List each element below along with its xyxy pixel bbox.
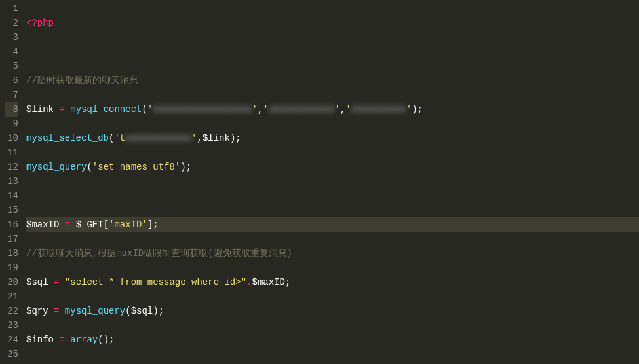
string-quote: ' [263, 104, 268, 115]
line-number: 16 [5, 217, 18, 232]
variable: $_GET [76, 219, 104, 230]
bracket: [ [104, 219, 109, 230]
line-number: 9 [5, 117, 18, 131]
function-call: mysql_connect [70, 104, 142, 115]
line-number: 18 [5, 246, 18, 261]
variable: $maxID [252, 277, 284, 287]
code-line[interactable]: mysql_query('set names utf8'); [26, 160, 639, 174]
operator: = [48, 277, 65, 287]
line-number: 25 [5, 347, 18, 361]
line-number: 5 [5, 59, 18, 73]
redacted-text: xxxxxxxxxxxx [269, 104, 335, 115]
function-call: mysql_select_db [26, 133, 109, 143]
variable: $sql [131, 306, 153, 316]
string-quote: ' [406, 104, 412, 115]
string-quote: ' [252, 104, 258, 115]
function-call: array [70, 335, 98, 345]
line-number: 2 [5, 16, 18, 30]
variable: $qry [26, 306, 48, 316]
line-number: 8 [5, 102, 18, 117]
line-number: 3 [5, 30, 18, 45]
paren: ); [153, 306, 164, 316]
code-line[interactable]: $qry = mysql_query($sql); [26, 304, 639, 318]
code-line[interactable]: $link = mysql_connect('xxxxxxxxxxxxxxxxx… [26, 102, 639, 117]
string-quote: ' [114, 133, 119, 143]
variable: $link [26, 104, 54, 115]
paren: ( [125, 306, 130, 316]
paren: ( [98, 335, 103, 345]
code-line[interactable]: mysql_select_db('txxxxxxxxxxxx',$link); [26, 131, 639, 145]
redacted-text: xxxxxxxxxxxxxxxxxx [153, 104, 252, 115]
string-quote: ' [335, 104, 340, 115]
comment: //获取聊天消息,根据maxID做限制查询获取(避免获取重复消息) [26, 248, 292, 259]
variable: $maxID [26, 219, 59, 230]
code-line[interactable] [26, 189, 639, 203]
redacted-text: xxxxxxxxxxxx [125, 133, 191, 143]
php-open-tag: <?php [26, 18, 54, 28]
line-number: 23 [5, 318, 18, 333]
code-editor[interactable]: <?php //随时获取最新的聊天消息 $link = mysql_connec… [26, 0, 639, 364]
operator: = [54, 335, 70, 345]
code-line-highlighted[interactable]: $maxID = $_GET['maxID']; [26, 217, 639, 232]
line-number: 1 [5, 1, 18, 16]
comment: //随时获取最新的聊天消息 [26, 75, 138, 86]
paren: ); [230, 133, 241, 143]
code-line[interactable]: //获取聊天消息,根据maxID做限制查询获取(避免获取重复消息) [26, 246, 639, 261]
line-number: 21 [5, 289, 18, 304]
variable: $sql [26, 277, 48, 287]
line-number: 22 [5, 304, 18, 318]
variable: $info [26, 335, 54, 345]
function-call: mysql_query [26, 162, 87, 172]
line-number: 10 [5, 131, 18, 145]
paren: ); [104, 335, 115, 345]
string: 'set names utf8' [92, 162, 180, 172]
line-number: 7 [5, 88, 18, 102]
string-quote: ' [147, 104, 153, 115]
operator: = [59, 219, 75, 230]
line-number: 4 [5, 45, 18, 59]
function-call: mysql_query [65, 306, 125, 316]
line-number: 20 [5, 275, 18, 289]
line-number: 19 [5, 261, 18, 275]
string-char: t [120, 133, 125, 143]
string: 'maxID' [109, 219, 147, 230]
line-number: 17 [5, 232, 18, 246]
paren: ); [412, 104, 423, 115]
comma: , [197, 133, 202, 143]
redacted-text: xxxxxxxxxx [351, 104, 406, 115]
paren: ( [142, 104, 147, 115]
code-line[interactable] [26, 45, 639, 59]
line-number: 24 [5, 333, 18, 347]
variable: $link [203, 133, 230, 143]
line-number: 6 [5, 73, 18, 88]
code-line[interactable]: while($rst = mysql_fetch_assoc($qry)){ [26, 361, 639, 364]
semicolon: ; [285, 277, 290, 287]
paren: ( [87, 162, 92, 172]
line-number-gutter: 1 2 3 4 5 6 7 8 9 10 11 12 13 14 15 16 1… [0, 0, 26, 364]
code-line[interactable]: $sql = "select * from message where id>"… [26, 275, 639, 289]
line-number: 12 [5, 160, 18, 174]
operator: = [54, 104, 70, 115]
string-quote: ' [345, 104, 351, 115]
line-number: 11 [5, 145, 18, 160]
line-number: 15 [5, 203, 18, 217]
string: "select * from message where id>" [65, 277, 246, 287]
code-line[interactable]: $info = array(); [26, 333, 639, 347]
line-number: 13 [5, 174, 18, 189]
paren: ); [180, 162, 191, 172]
code-line[interactable]: //随时获取最新的聊天消息 [26, 73, 639, 88]
code-line[interactable]: <?php [26, 16, 639, 30]
line-number: 14 [5, 189, 18, 203]
operator: = [48, 306, 65, 316]
bracket: ]; [147, 219, 159, 230]
